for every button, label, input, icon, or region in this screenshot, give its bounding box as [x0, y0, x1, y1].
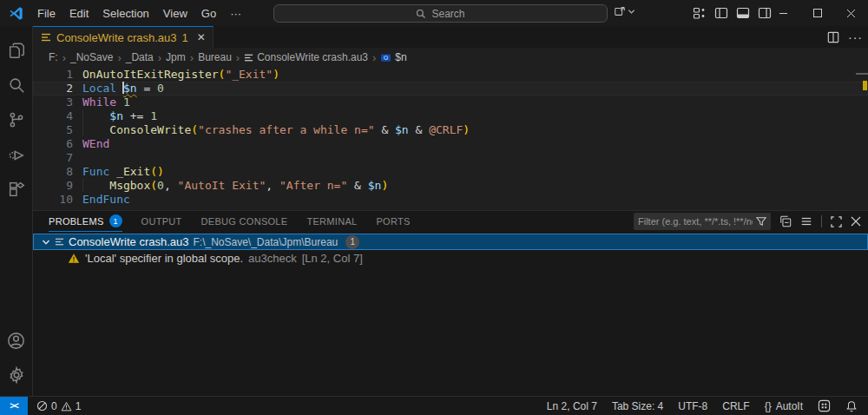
- problems-file-path: F:\_NoSave\_Data\Jpm\Bureau: [194, 236, 339, 248]
- menu-selection[interactable]: Selection: [95, 3, 155, 23]
- problems-filter-input[interactable]: Filter (e.g. text, **/*.ts, !**/nod...: [634, 213, 771, 230]
- status-encoding[interactable]: UTF-8: [678, 400, 707, 412]
- breadcrumb: F:›_NoSave›_Data›Jpm›Bureau› ConsoleWrit…: [33, 48, 868, 67]
- explorer-icon[interactable]: [0, 33, 33, 68]
- account-icon[interactable]: [0, 323, 33, 358]
- token-number: 0: [157, 82, 164, 95]
- code-text: Func _Exit(): [73, 165, 164, 179]
- code-editor[interactable]: 1OnAutoItExitRegister("_Exit")2Local $n …: [33, 67, 868, 210]
- close-button[interactable]: [834, 0, 868, 26]
- breadcrumb-segment[interactable]: _Data: [126, 51, 154, 63]
- settings-gear-icon[interactable]: [0, 358, 33, 392]
- view-as-list-icon[interactable]: [800, 215, 812, 227]
- line-number: 9: [33, 179, 73, 193]
- run-debug-icon[interactable]: [0, 137, 33, 172]
- menu-[interactable]: ···: [223, 3, 248, 23]
- status-language-mode[interactable]: {} AutoIt: [765, 400, 803, 412]
- menu-view[interactable]: View: [156, 3, 194, 23]
- token-bracket: (: [150, 179, 157, 192]
- line-number: 4: [33, 109, 73, 123]
- menu-go[interactable]: Go: [194, 3, 223, 23]
- remote-indicator[interactable]: ><: [0, 397, 28, 415]
- problems-file-name: ConsoleWrite crash.au3: [69, 235, 189, 248]
- token-keyword: Local: [82, 82, 116, 95]
- problem-message: 'Local' specifier in global scope.: [85, 252, 243, 265]
- close-panel-icon[interactable]: [851, 216, 861, 227]
- status-problems[interactable]: 0 1: [36, 400, 81, 412]
- command-center-search[interactable]: Search: [273, 4, 608, 23]
- breadcrumb-symbol[interactable]: $n: [380, 51, 406, 63]
- panel-tab-ports[interactable]: PORTS: [376, 211, 410, 232]
- tab-consolewrite-crash[interactable]: ConsoleWrite crash.au3 1 ✕: [33, 26, 214, 48]
- status-cursor-position[interactable]: Ln 2, Col 7: [547, 400, 597, 412]
- chevron-right-icon: ›: [190, 51, 194, 64]
- warning-count: 1: [76, 400, 82, 412]
- source-control-icon[interactable]: [0, 102, 33, 137]
- split-editor-icon[interactable]: [827, 31, 839, 43]
- panel-tab-problems[interactable]: PROBLEMS1: [49, 211, 122, 232]
- breadcrumb-segment[interactable]: F:: [49, 51, 58, 63]
- breadcrumb-file[interactable]: ConsoleWrite crash.au3: [244, 51, 368, 63]
- line-number: 10: [33, 193, 73, 207]
- token-indent: [82, 123, 109, 136]
- token-bracket: ): [463, 123, 470, 136]
- token-number: 1: [123, 96, 130, 109]
- tab-close-icon[interactable]: ✕: [197, 31, 206, 43]
- extension-grid-icon[interactable]: [818, 399, 831, 412]
- breadcrumb-segment[interactable]: Jpm: [166, 51, 186, 63]
- token-variable: $n: [123, 82, 137, 95]
- maximize-panel-icon[interactable]: [831, 216, 842, 227]
- au3-file-icon: [55, 237, 64, 247]
- status-eol[interactable]: CRLF: [722, 400, 749, 412]
- token-function: Msgbox: [109, 179, 150, 192]
- token-operator: ,: [266, 179, 279, 192]
- code-text: Msgbox(0, "AutoIt Exit", "After n=" & $n…: [73, 179, 388, 193]
- search-placeholder: Search: [431, 8, 464, 20]
- overview-ruler[interactable]: [856, 67, 868, 210]
- collapse-all-icon[interactable]: [779, 215, 792, 227]
- panel-tab-output[interactable]: OUTPUT: [141, 211, 182, 232]
- menu-edit[interactable]: Edit: [62, 3, 95, 23]
- search-icon: [416, 9, 426, 19]
- panel-tab-label: OUTPUT: [141, 216, 182, 227]
- more-actions-icon[interactable]: ···: [848, 30, 863, 44]
- error-count: 0: [51, 400, 57, 412]
- chevron-down-icon[interactable]: [42, 238, 50, 247]
- panel-tab-terminal[interactable]: TERMINAL: [306, 211, 357, 232]
- toggle-panel-icon[interactable]: [736, 6, 750, 20]
- status-bar: >< 0 1 Ln 2, Col 7 Tab Size: 4 UTF-8 CRL…: [0, 396, 868, 415]
- problem-row[interactable]: 'Local' specifier in global scope. au3ch…: [33, 250, 868, 267]
- customize-layout-icon[interactable]: [693, 6, 707, 20]
- extensions-icon[interactable]: [0, 172, 33, 207]
- status-tab-size[interactable]: Tab Size: 4: [612, 400, 663, 412]
- maximize-button[interactable]: [800, 0, 834, 26]
- line-number: 2: [33, 82, 73, 96]
- run-task-icon: [614, 5, 626, 17]
- au3-file-icon: [41, 32, 51, 43]
- token-string: "AutoIt Exit": [178, 179, 266, 192]
- breadcrumb-segment[interactable]: Bureau: [198, 51, 232, 63]
- au3-file-icon: [244, 53, 253, 63]
- search-sidebar-icon[interactable]: [0, 68, 33, 102]
- editor-tab-bar: ConsoleWrite crash.au3 1 ✕ ···: [33, 26, 868, 48]
- minimize-button[interactable]: [766, 0, 800, 26]
- token-operator: ,: [164, 179, 178, 192]
- run-task-dropdown[interactable]: [614, 5, 635, 17]
- problem-location: [Ln 2, Col 7]: [302, 252, 363, 265]
- toggle-primary-sidebar-icon[interactable]: [714, 6, 728, 20]
- line-number: 5: [33, 123, 73, 137]
- menu-file[interactable]: File: [30, 3, 62, 23]
- token-number: 1: [150, 109, 157, 122]
- line-number: 1: [33, 68, 73, 82]
- menu-bar: FileEditSelectionViewGo···: [30, 3, 248, 23]
- breadcrumb-segment[interactable]: _NoSave: [70, 51, 113, 63]
- code-line: 1OnAutoItExitRegister("_Exit"): [33, 68, 868, 82]
- activity-bar: [0, 26, 33, 396]
- token-operator: [109, 165, 116, 178]
- code-line: 10EndFunc: [33, 193, 868, 207]
- vscode-logo-icon: [8, 5, 23, 21]
- panel-tab-debug-console[interactable]: DEBUG CONSOLE: [201, 211, 288, 232]
- notifications-bell-icon[interactable]: [845, 400, 858, 412]
- token-variable: $n: [109, 109, 123, 122]
- problems-file-group-row[interactable]: ConsoleWrite crash.au3 F:\_NoSave\_Data\…: [33, 234, 868, 250]
